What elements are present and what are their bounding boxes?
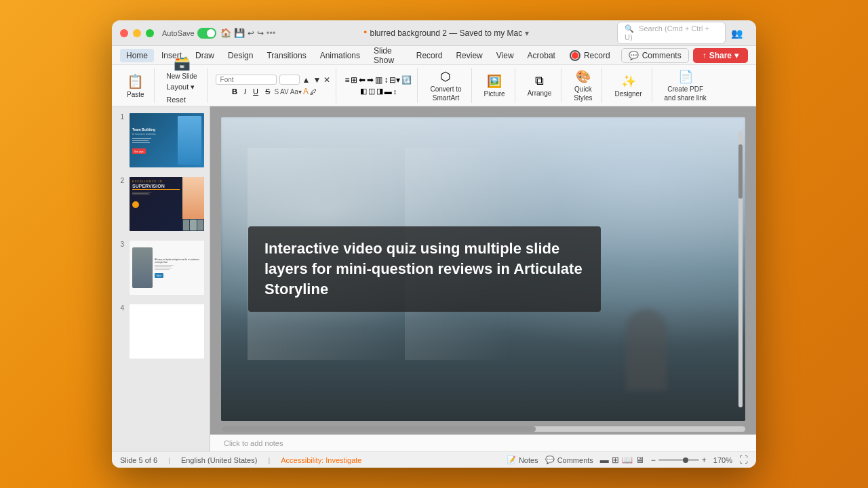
vertical-scrollbar-thumb[interactable] — [738, 144, 743, 199]
ribbon-font-group: ▲ ▼ ✕ B I U S S AV Aa▾ A 🖊 — [210, 68, 337, 103]
share-button[interactable]: ↑ Share ▾ — [693, 48, 748, 63]
horizontal-scrollbar-thumb[interactable] — [221, 426, 536, 432]
statusbar-right: 📝 Notes 💬 Comments ▬ ⊞ 📖 🖥 − + 170% — [507, 455, 748, 465]
close-button[interactable] — [120, 29, 128, 37]
zoom-slider-track[interactable] — [658, 459, 699, 461]
slide-thumbnail-4[interactable] — [128, 303, 205, 360]
ribbon-slides-group: 🗃️ New Slide Layout ▾ Reset Section ▾ — [157, 68, 208, 103]
decrease-indent-button[interactable]: ⬅ — [359, 75, 366, 85]
slide-canvas[interactable]: Interactive video quiz using multiple sl… — [221, 117, 745, 421]
case-button[interactable]: Aa▾ — [290, 88, 302, 96]
record-button[interactable]: Record — [563, 48, 617, 63]
line-spacing-button[interactable]: ↕ — [393, 87, 397, 96]
text-box[interactable]: Interactive video quiz using multiple sl… — [248, 226, 601, 311]
app-window: AutoSave 🏠 💾 ↩ ↪ ••• ● blurred backgroun… — [112, 20, 756, 468]
reset-button[interactable]: Reset — [163, 94, 200, 105]
ribbon: 📋 Paste 🗃️ New Slide Layout ▾ Reset Sect… — [112, 65, 756, 106]
underline-button[interactable]: U — [250, 87, 261, 96]
autosave-toggle[interactable] — [197, 28, 216, 39]
accessibility-button[interactable]: Accessibility: Investigate — [281, 456, 361, 464]
menu-slideshow[interactable]: Slide Show — [368, 44, 409, 67]
increase-indent-button[interactable]: ➡ — [367, 75, 374, 85]
numbering-button[interactable]: ⊞ — [351, 75, 357, 85]
slide-thumbnail-3[interactable]: All carry-on liquids and gels must be in… — [128, 239, 205, 296]
menu-acrobat[interactable]: Acrobat — [521, 49, 561, 62]
document-title: blurred background 2 — Saved to my Mac — [370, 28, 523, 38]
convert-smartart-button[interactable]: ⬡ Convert to SmartArt — [426, 68, 465, 103]
comments-button[interactable]: 💬 Comments — [621, 48, 689, 63]
font-selector[interactable] — [216, 75, 277, 85]
bullets-button[interactable]: ≡ — [344, 75, 349, 85]
font-color-button[interactable]: A — [303, 87, 309, 96]
layout-button[interactable]: Layout ▾ — [163, 81, 200, 93]
slide-panel[interactable]: 1 Team Building for Success in Leadershi… — [112, 106, 210, 451]
undo-icon[interactable]: ↩ — [248, 28, 254, 38]
fit-slide-button[interactable]: ⛶ — [739, 455, 748, 465]
align-right-button[interactable]: ◨ — [376, 87, 383, 96]
designer-button[interactable]: ✨ Designer — [610, 73, 646, 99]
columns-button[interactable]: ▥ — [375, 75, 382, 85]
italic-button[interactable]: I — [241, 87, 249, 96]
decrease-font-icon[interactable]: ▼ — [313, 75, 321, 85]
vertical-scrollbar[interactable] — [738, 131, 743, 407]
font-size-input[interactable] — [279, 75, 300, 85]
increase-font-icon[interactable]: ▲ — [302, 75, 311, 85]
comments-status-button[interactable]: 💬 Comments — [545, 455, 593, 464]
notes-bar[interactable]: Click to add notes — [210, 434, 756, 451]
designer-icon: ✨ — [621, 74, 636, 89]
highlight-button[interactable]: 🖊 — [310, 88, 317, 96]
align-center-button[interactable]: ◫ — [368, 87, 375, 96]
fullscreen-button[interactable] — [146, 29, 154, 37]
titlebar-right: 🔍 Search (Cmd + Ctrl + U) 👥 — [617, 22, 743, 44]
text-direction-button[interactable]: ↕ — [384, 75, 388, 85]
shadow-button[interactable]: S — [274, 88, 279, 96]
menu-design[interactable]: Design — [222, 49, 259, 62]
grid-view-icon[interactable]: ⊞ — [612, 455, 619, 465]
ribbon-smartart-group: ⬡ Convert to SmartArt — [420, 68, 471, 103]
create-pdf-button[interactable]: 📄 Create PDF and share link — [660, 68, 711, 103]
save-icon[interactable]: 💾 — [234, 28, 245, 38]
normal-view-icon[interactable]: ▬ — [600, 455, 609, 465]
slide-number-4: 4 — [116, 303, 124, 312]
new-slide-icon: 🗃️ — [174, 55, 191, 71]
justify-button[interactable]: ▬ — [384, 87, 392, 96]
minimize-button[interactable] — [133, 29, 141, 37]
new-slide-button[interactable]: 🗃️ New Slide — [163, 54, 201, 81]
menu-transitions[interactable]: Transitions — [260, 49, 312, 62]
menu-home[interactable]: Home — [120, 49, 154, 62]
menu-animations[interactable]: Animations — [314, 49, 366, 62]
notes-placeholder: Click to add notes — [224, 439, 283, 447]
menu-view[interactable]: View — [490, 49, 520, 62]
horizontal-scrollbar[interactable] — [221, 426, 745, 432]
slide-thumbnail-2[interactable]: EXCELLENCE IN SUPERVISION — [128, 176, 205, 232]
align-left-button[interactable]: ◧ — [360, 87, 367, 96]
more-icon[interactable]: ••• — [267, 28, 276, 38]
clear-format-icon[interactable]: ✕ — [323, 75, 330, 85]
paste-button[interactable]: 📋 Paste — [123, 72, 149, 100]
bold-button[interactable]: B — [229, 87, 240, 96]
picture-button[interactable]: 🖼️ Picture — [480, 73, 509, 99]
reading-view-icon[interactable]: 📖 — [622, 455, 633, 465]
slide-info: Slide 5 of 6 — [120, 456, 157, 464]
zoom-slider-thumb — [683, 458, 688, 463]
zoom-out-button[interactable]: − — [651, 455, 656, 465]
comment-icon: 💬 — [629, 51, 639, 60]
notes-button[interactable]: 📝 Notes — [507, 455, 538, 464]
strikethrough-button[interactable]: S — [262, 87, 273, 96]
view-icons: ▬ ⊞ 📖 🖥 — [600, 455, 644, 465]
smartart-convert-button[interactable]: 🔃 — [401, 75, 412, 85]
menu-review[interactable]: Review — [450, 49, 488, 62]
menu-record[interactable]: Record — [410, 49, 449, 62]
zoom-in-button[interactable]: + — [702, 455, 707, 465]
redo-icon[interactable]: ↪ — [257, 28, 264, 38]
chevron-down-icon[interactable]: ▾ — [525, 28, 529, 38]
quick-styles-button[interactable]: 🎨 Quick Styles — [570, 68, 596, 103]
char-spacing-button[interactable]: AV — [280, 88, 289, 96]
search-bar[interactable]: 🔍 Search (Cmd + Ctrl + U) — [617, 22, 726, 44]
align-text-button[interactable]: ⊟▾ — [389, 75, 400, 85]
presenter-view-icon[interactable]: 🖥 — [635, 455, 644, 465]
list-item: 1 Team Building for Success in Leadershi… — [116, 112, 205, 169]
slide-thumbnail-1[interactable]: Team Building for Success in Leadership … — [128, 112, 205, 169]
collaborate-icon[interactable]: 👥 — [731, 28, 743, 39]
arrange-button[interactable]: ⧉ Arrange — [524, 73, 556, 98]
